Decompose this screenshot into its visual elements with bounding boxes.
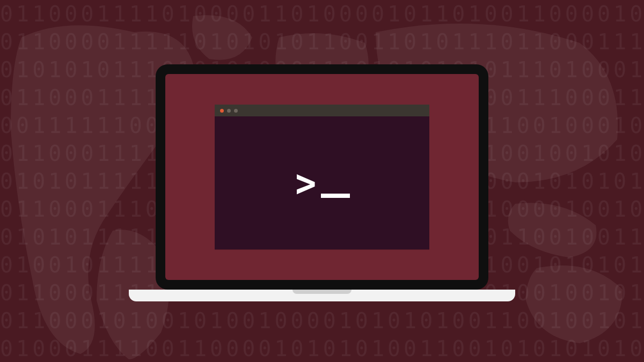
- minimize-icon: [227, 109, 231, 113]
- laptop-notch: [292, 290, 352, 294]
- close-icon: [220, 109, 224, 113]
- zoom-icon: [234, 109, 238, 113]
- terminal-window: >: [215, 105, 429, 249]
- binary-row: 0100011110011000010101010011001010101010…: [0, 336, 644, 361]
- illustration-stage: 0110001111010000110100001011010011000010…: [0, 0, 644, 362]
- prompt-cursor-icon: [321, 194, 350, 198]
- laptop-base: [129, 290, 515, 301]
- binary-row: 0110001010010100100001010101001100100101…: [0, 308, 644, 333]
- laptop-lid: >: [156, 64, 488, 290]
- prompt-caret-icon: >: [295, 164, 316, 202]
- binary-row: 0110000111110101010110011010111011000111…: [0, 29, 644, 54]
- binary-row: 0110001111010000110100001011010011000010…: [0, 2, 644, 26]
- terminal-prompt: >: [294, 164, 349, 202]
- laptop-illustration: >: [156, 64, 488, 301]
- terminal-titlebar: [215, 105, 429, 116]
- terminal-body: >: [215, 116, 429, 249]
- laptop-screen: >: [165, 74, 479, 280]
